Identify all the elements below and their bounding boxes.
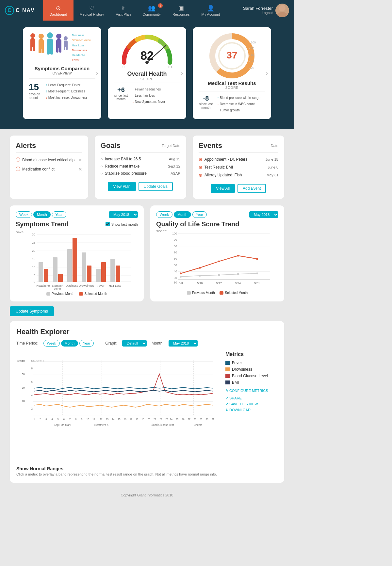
goal-2-text: Reduce meat intake xyxy=(105,164,140,169)
goal-item-3: ○ Stabilize blood pressure ASAP xyxy=(101,170,180,177)
nav-item-resources[interactable]: ▣ Resources xyxy=(167,0,196,21)
svg-text:5: 5 xyxy=(57,418,59,421)
goal-3-date: ASAP xyxy=(171,171,180,175)
resources-icon: ▣ xyxy=(178,5,184,12)
svg-rect-20 xyxy=(64,45,65,50)
nav-item-my-account[interactable]: 👤 My Account xyxy=(195,0,226,21)
download-link[interactable]: ⬇ DOWNLOAD xyxy=(225,408,278,412)
svg-text:5/17: 5/17 xyxy=(216,282,222,285)
svg-text:25: 25 xyxy=(176,418,178,421)
qol-legend: Previous Month Selected Month xyxy=(156,291,278,295)
resources-label: Resources xyxy=(172,12,190,16)
goal-3-icon: ○ xyxy=(101,171,103,176)
svg-text:Treatment X: Treatment X xyxy=(94,424,108,427)
svg-point-87 xyxy=(180,276,182,278)
donut-svg: 37 100 80 60 40 20 xyxy=(209,33,255,79)
qol-tab-year[interactable]: Year xyxy=(192,211,207,218)
alert-2-icon: ⓘ xyxy=(16,166,20,172)
svg-point-18 xyxy=(64,36,68,40)
explorer-tab-week[interactable]: Week xyxy=(43,340,60,347)
health-card-nav[interactable]: › xyxy=(181,70,183,77)
svg-text:9: 9 xyxy=(81,418,83,421)
explorer-tab-month[interactable]: Month xyxy=(61,340,78,347)
svg-text:5/24: 5/24 xyxy=(235,282,241,285)
symptoms-month-select[interactable]: May 2018 xyxy=(109,211,138,218)
label-fever: Fever xyxy=(72,58,91,63)
nav-item-community[interactable]: 👥 Community 2 xyxy=(137,0,167,21)
goals-target-label: Target Date xyxy=(162,144,180,148)
alert-2-content: ⓘ Medication conflict xyxy=(16,166,55,172)
update-goals-button[interactable]: Update Goals xyxy=(139,182,173,191)
event-3-text: Allergy Updated: Fish xyxy=(204,173,242,177)
svg-text:25: 25 xyxy=(32,241,35,244)
medical-detail2: ↓ Decrease in WBC count xyxy=(217,101,260,107)
since-label: since last month xyxy=(114,94,128,101)
metrics-title: Metrics xyxy=(225,351,278,357)
share-link[interactable]: ↗ SHARE xyxy=(225,396,278,400)
explorer-tab-year[interactable]: Year xyxy=(79,340,94,347)
alert-1-icon: ⓘ xyxy=(16,157,20,163)
svg-text:15: 15 xyxy=(32,257,35,261)
normal-ranges-title: Show Normal Ranges xyxy=(16,466,278,471)
legend-prev-label: Previous Month xyxy=(52,292,74,296)
add-event-button[interactable]: Add Event xyxy=(237,184,266,193)
svg-text:Ache: Ache xyxy=(54,287,61,290)
month-label: Month: xyxy=(152,341,164,346)
configure-metrics-link[interactable]: ✎ CONFIGURE METRICS xyxy=(225,389,278,393)
alert-2-close[interactable]: ✕ xyxy=(78,167,82,172)
since-value: +6 xyxy=(114,86,128,94)
time-period-label: Time Period: xyxy=(16,341,39,346)
svg-text:40: 40 xyxy=(174,270,177,273)
symptoms-tab-month[interactable]: Month xyxy=(33,211,51,218)
svg-text:10: 10 xyxy=(87,418,89,421)
svg-text:8: 8 xyxy=(75,418,76,421)
bar-chart-svg: 30 25 20 15 10 5 0 xyxy=(25,231,138,289)
svg-text:24: 24 xyxy=(170,418,172,421)
svg-text:Drowsiness: Drowsiness xyxy=(79,284,94,287)
user-name: Sarah Forrester xyxy=(243,6,273,11)
goal-1-content: ○ Increase BMI to 26.5 xyxy=(101,157,141,161)
symptom-card-nav[interactable]: › xyxy=(96,70,98,77)
qol-line-chart: SCORE 100 90 80 70 60 50 40 30 10 xyxy=(156,230,278,289)
svg-text:8: 8 xyxy=(31,367,33,370)
svg-rect-16 xyxy=(56,46,58,53)
nav-item-dashboard[interactable]: ⊙ Dashboard xyxy=(43,0,74,21)
update-symptoms-button[interactable]: Update Symptoms xyxy=(10,306,54,316)
save-view-link[interactable]: ↗ SAVE THIS VIEW xyxy=(225,402,278,406)
svg-point-91 xyxy=(256,272,258,274)
symptoms-tab-year[interactable]: Year xyxy=(52,211,66,218)
symptoms-tab-week[interactable]: Week xyxy=(16,211,32,218)
svg-rect-5 xyxy=(33,45,35,51)
symptoms-tabs: Week Month Year xyxy=(16,211,66,218)
alert-1-close[interactable]: ✕ xyxy=(78,157,82,163)
logout-link[interactable]: Logout xyxy=(243,11,273,15)
nav-item-visit-plan[interactable]: ⚕ Visit Plan xyxy=(110,0,137,21)
svg-text:18: 18 xyxy=(136,418,138,421)
explorer-month-select[interactable]: May 2018 xyxy=(169,340,198,347)
view-all-events-button[interactable]: View All xyxy=(211,184,235,193)
show-last-month-label[interactable]: Show last month xyxy=(106,222,138,226)
legend-prev-month: Previous Month xyxy=(46,292,74,296)
alert-1-text: Blood glucose level critical dip xyxy=(22,158,74,162)
svg-text:10: 10 xyxy=(22,400,25,403)
goal-2-date: Sept 12 xyxy=(168,164,180,168)
svg-rect-59 xyxy=(73,238,77,282)
legend-sel-label: Selected Month xyxy=(84,292,107,296)
svg-rect-54 xyxy=(39,262,43,282)
nav-item-medical-history[interactable]: ♡ Medical History xyxy=(74,0,110,21)
events-card: Events Date ⊕ Appointment - Dr. Peters J… xyxy=(193,136,284,199)
medical-test-nav[interactable]: › xyxy=(266,70,268,77)
footer: Copyright Giant Informatics 2018 xyxy=(0,489,294,501)
show-last-month-checkbox[interactable] xyxy=(106,222,110,226)
middle-section: Alerts ⓘ Blood glucose level critical di… xyxy=(0,129,294,205)
event-1-date: June 15 xyxy=(266,157,278,161)
graph-select[interactable]: Default xyxy=(122,340,147,347)
medical-detail3: ↓ Tumor growth xyxy=(217,107,260,113)
svg-text:90: 90 xyxy=(174,238,177,241)
qol-tab-week[interactable]: Week xyxy=(156,211,172,218)
qol-tab-month[interactable]: Month xyxy=(174,211,191,218)
view-plan-button[interactable]: View Plan xyxy=(108,182,136,191)
metrics-panel: Metrics Fever Drowsiness Blood Glucose L… xyxy=(225,351,278,457)
qol-month-select[interactable]: May 2018 xyxy=(249,211,278,218)
fever-color-box xyxy=(225,361,230,365)
